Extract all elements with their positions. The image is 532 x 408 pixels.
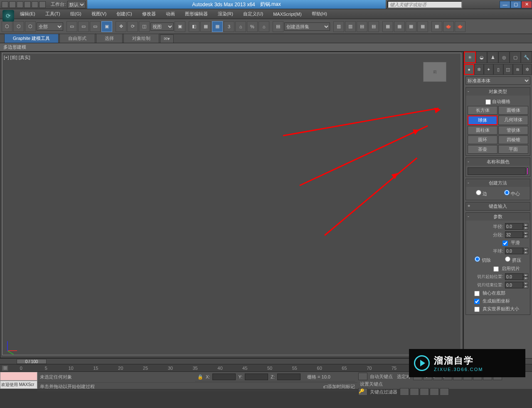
help-search-input[interactable] [387,1,462,8]
rollout-header-params[interactable]: -参数 [466,213,530,221]
segments-spin-up[interactable]: ▲ [523,231,528,235]
ribbon-tab-selection[interactable]: 选择 [96,34,123,43]
modify-tab-icon[interactable]: ◒ [476,52,487,63]
edged-faces-icon[interactable]: ⌂ [259,21,269,32]
render-setup-icon[interactable]: ▦ [406,21,416,32]
set-key-button[interactable]: 设置关键点 [358,381,531,387]
smooth-checkbox[interactable] [502,241,508,246]
maximize-button[interactable]: ▢ [510,1,521,8]
save-icon[interactable] [17,1,23,8]
hemi-spin-down[interactable]: ▼ [523,251,528,254]
lights-category-icon[interactable]: ✦ [484,64,493,75]
menu-tools[interactable]: 工具(T) [41,10,64,18]
cameras-category-icon[interactable]: ▯ [493,64,503,75]
track-toggle-icon[interactable]: ⊞ [2,365,8,371]
workspace-dropdown[interactable]: 默认 [67,1,86,8]
spacewarps-category-icon[interactable]: ≋ [513,64,522,75]
autogrid-checkbox[interactable] [485,99,491,105]
slice-to-input[interactable] [505,282,523,288]
nav7-icon[interactable] [430,388,439,396]
menu-group[interactable]: 组(G) [66,10,86,18]
select-icon[interactable]: ▭ [66,21,77,32]
btn-sphere[interactable]: 球体 [468,116,498,125]
pivot-icon[interactable]: ▣ [175,21,185,32]
real-world-checkbox[interactable] [474,307,480,312]
ribbon-tab-freeform[interactable]: 自由形式 [59,34,95,43]
script-listener[interactable]: 欢迎使用 MAXScr [0,372,37,389]
ref-coord-dropdown[interactable]: 视图 [150,22,174,31]
radius-input[interactable] [505,223,523,230]
isolate-icon[interactable] [358,373,367,380]
listener-white[interactable]: 欢迎使用 MAXScr [0,381,37,389]
primitive-type-dropdown[interactable]: 标准基本体 [466,76,530,85]
mirror-icon[interactable]: ▥ [333,21,344,32]
nav8-icon[interactable] [440,388,449,396]
btn-tube[interactable]: 管状体 [498,126,528,135]
new-icon[interactable] [2,1,8,8]
lock-icon[interactable]: 🔒 [197,374,203,380]
menu-maxscript[interactable]: MAXScript(M) [269,11,305,17]
ribbon-tab-paint[interactable]: 对象绘制 [123,34,159,43]
window-crossing-icon[interactable]: ▣ [101,21,112,32]
schematic-icon[interactable]: ▦ [382,21,393,32]
radio-squash[interactable]: 挤压 [505,256,521,263]
nav5-icon[interactable] [410,388,419,396]
binoculars-icon[interactable] [464,1,470,8]
base-pivot-checkbox[interactable] [474,291,480,296]
render-prod-icon[interactable]: ▦ [431,21,442,32]
menu-modifiers[interactable]: 修改器 [138,10,160,18]
undo-icon[interactable] [24,1,31,8]
app-menu-icon[interactable]: ⟳ [2,10,14,22]
btn-cone[interactable]: 圆锥体 [498,106,528,115]
key-icon[interactable] [472,1,479,8]
menu-edit[interactable]: 编辑(E) [16,10,39,18]
systems-category-icon[interactable]: ✲ [522,64,532,75]
listener-pink[interactable] [0,372,37,381]
manipulate-icon[interactable]: ◧ [189,21,200,32]
motion-tab-icon[interactable]: ◎ [498,52,510,63]
snap-toggle-icon[interactable]: ▦ [212,21,223,32]
nav6-icon[interactable] [420,388,429,396]
menu-view[interactable]: 视图(V) [87,10,111,18]
viewport-canvas[interactable] [2,53,461,355]
menu-render[interactable]: 渲染(R) [214,10,237,18]
menu-graph[interactable]: 图形编辑器 [181,10,212,18]
unlink-tool-icon[interactable]: ⬡ [13,21,24,32]
geometry-category-icon[interactable]: ● [464,64,474,75]
angle-snap-icon[interactable]: 3 [224,21,234,32]
help-icon[interactable] [489,1,495,8]
open-icon[interactable] [9,1,16,8]
btn-geosphere[interactable]: 几何球体 [498,116,528,125]
percent-snap-icon[interactable]: ⌂ [235,21,246,32]
radio-center[interactable]: 中心 [504,190,520,197]
teapot-quick-icon[interactable]: 🫖 [455,21,466,32]
hemi-spin-up[interactable]: ▲ [523,248,528,251]
select-name-icon[interactable]: ▭ [78,21,89,32]
btn-cylinder[interactable]: 圆柱体 [468,126,498,135]
object-color-swatch[interactable] [527,167,528,175]
slice-from-input[interactable] [505,273,523,280]
bind-tool-icon[interactable]: ⬡ [25,21,36,32]
segments-input[interactable] [505,231,523,238]
menu-animation[interactable]: 动画 [162,10,179,18]
y-input[interactable] [245,374,268,380]
selection-filter-dropdown[interactable]: 全部 [37,22,63,31]
key-filter-button[interactable]: 关键点过滤器 [368,389,399,395]
link-tool-icon[interactable]: ⬡ [2,21,12,32]
rotate-icon[interactable]: ⟳ [127,21,138,32]
ribbon-panel-label[interactable]: 多边形建模 [0,43,532,52]
align-icon[interactable]: ▥ [345,21,356,32]
close-button[interactable]: ✕ [521,1,532,8]
time-slider-handle[interactable]: 0 / 100 [17,359,47,364]
btn-plane[interactable]: 平面 [498,145,528,154]
ribbon-tab-graphite[interactable]: Graphite 建模工具 [4,34,59,43]
named-sel-edit-icon[interactable]: ▤ [273,21,283,32]
hemi-input[interactable] [505,248,523,254]
display-tab-icon[interactable]: ▢ [510,52,521,63]
menu-create[interactable]: 创建(C) [112,10,136,18]
rollout-header-create-method[interactable]: -创建方法 [466,179,530,187]
redo-icon[interactable] [32,1,38,8]
utilities-tab-icon[interactable]: 🔧 [521,52,532,63]
z-input[interactable] [277,374,300,380]
select-region-icon[interactable]: ▭ [90,21,101,32]
